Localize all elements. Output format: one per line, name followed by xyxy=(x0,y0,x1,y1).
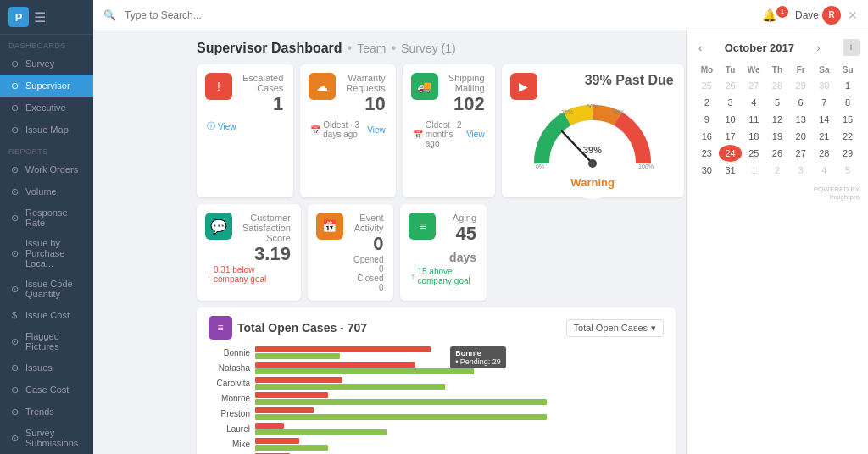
calendar-day[interactable]: 2 xyxy=(695,94,719,111)
sidebar-item-issue-code-qty[interactable]: ⊙Issue Code Quantity xyxy=(0,274,93,304)
logo-area: P ☰ xyxy=(0,0,93,35)
calendar-day[interactable]: 5 xyxy=(765,94,789,111)
calendar-day[interactable]: 19 xyxy=(765,128,789,145)
calendar-day[interactable]: 7 xyxy=(813,94,837,111)
sidebar-item-executive[interactable]: ⊙Executive xyxy=(0,97,93,119)
calendar-day[interactable]: 26 xyxy=(765,145,789,162)
card-warranty: ☁ Warranty Requests 10 📅 Oldest · 3 days… xyxy=(300,64,395,197)
warranty-footer: 📅 Oldest · 3 days ago View xyxy=(310,120,385,139)
avatar[interactable]: R xyxy=(822,6,841,25)
calendar-day[interactable]: 16 xyxy=(695,128,719,145)
aging-icon: ≡ xyxy=(409,213,436,240)
nav-label-executive: Executive xyxy=(25,102,66,113)
sidebar-item-survey-sub[interactable]: ⊙Survey Submissions xyxy=(0,423,93,453)
calendar-prev-button[interactable]: ‹ xyxy=(695,40,705,56)
nav-icon-survey-sub: ⊙ xyxy=(8,432,20,444)
bar-label: Natasha xyxy=(209,363,255,373)
cal-icon: 📅 xyxy=(310,125,320,135)
sidebar-item-work-orders[interactable]: ⊙Work Orders xyxy=(0,158,93,180)
calendar-day[interactable]: 6 xyxy=(789,94,813,111)
calendar-day[interactable]: 26 xyxy=(719,77,743,94)
sidebar-section-label: Dashboards xyxy=(0,35,93,53)
calendar-day[interactable]: 9 xyxy=(695,111,719,128)
calendar-day[interactable]: 4 xyxy=(813,162,837,179)
calendar-day[interactable]: 3 xyxy=(789,162,813,179)
calendar-day[interactable]: 25 xyxy=(742,145,765,162)
escalated-cases-icon: ! xyxy=(205,73,232,100)
calendar-day[interactable]: 2 xyxy=(765,162,789,179)
calendar-day[interactable]: 13 xyxy=(789,111,813,128)
calendar-day[interactable]: 11 xyxy=(742,111,765,128)
warranty-view-link[interactable]: View xyxy=(367,125,386,135)
sidebar-item-response-rate[interactable]: ⊙Response Rate xyxy=(0,202,93,233)
calendar-day[interactable]: 10 xyxy=(719,111,743,128)
calendar-day[interactable]: 29 xyxy=(789,77,813,94)
bar-row: Bonnie xyxy=(209,346,664,359)
hamburger-icon[interactable]: ☰ xyxy=(34,9,46,25)
sidebar-item-case-cost[interactable]: ⊙Case Cost xyxy=(0,379,93,401)
calendar-day[interactable]: 23 xyxy=(695,145,719,162)
calendar-day[interactable]: 1 xyxy=(836,77,860,94)
calendar-day[interactable]: 15 xyxy=(836,111,860,128)
shipping-view-link[interactable]: View xyxy=(466,130,485,139)
calendar-day[interactable]: 21 xyxy=(813,128,837,145)
nav-icon-issue-code-qty: ⊙ xyxy=(8,283,20,295)
calendar-day[interactable]: 30 xyxy=(813,77,837,94)
bell-icon[interactable]: 🔔 xyxy=(762,8,776,22)
sidebar-item-issue-by-purchase[interactable]: ⊙Issue by Purchase Loca... xyxy=(0,233,93,274)
escalated-cases-footer: ⓘ View xyxy=(207,120,283,132)
calendar-day[interactable]: 3 xyxy=(719,94,743,111)
calendar-day[interactable]: 28 xyxy=(765,77,789,94)
calendar-day[interactable]: 14 xyxy=(813,111,837,128)
calendar-day[interactable]: 17 xyxy=(719,128,743,145)
calendar-day[interactable]: 25 xyxy=(695,77,719,94)
bar-past xyxy=(255,362,415,368)
calendar-day[interactable]: 4 xyxy=(742,94,765,111)
sidebar-item-issues[interactable]: ⊙Issues xyxy=(0,357,93,379)
calendar-day[interactable]: 20 xyxy=(789,128,813,145)
calendar-day[interactable]: 28 xyxy=(813,145,837,162)
escalated-cases-view-link[interactable]: View xyxy=(218,122,236,131)
calendar-day[interactable]: 8 xyxy=(836,94,860,111)
sidebar-item-issue-cost[interactable]: $Issue Cost xyxy=(0,304,93,326)
bar-pending xyxy=(255,368,474,374)
nav-label-issue-by-purchase: Issue by Purchase Loca... xyxy=(25,238,85,269)
aging-value: 45 days xyxy=(446,223,476,267)
calendar-day[interactable]: 27 xyxy=(742,77,765,94)
aging-label: Aging xyxy=(446,213,476,223)
sidebar-item-volume[interactable]: ⊙Volume xyxy=(0,180,93,202)
calendar-day-header: Fr xyxy=(789,63,813,77)
bar-pending xyxy=(255,384,445,390)
sidebar-item-supervisor[interactable]: ⊙Supervisor xyxy=(0,75,93,97)
bar-group xyxy=(255,438,664,451)
event-label: Event Activity xyxy=(353,213,384,233)
nav-icon-issue-by-purchase: ⊙ xyxy=(8,247,20,259)
calendar-day[interactable]: 18 xyxy=(742,128,765,145)
sidebar-item-trends[interactable]: ⊙Trends xyxy=(0,401,93,423)
topbar-right: 🔔 1 Dave R ✕ xyxy=(762,6,858,25)
sidebar-item-issue-map[interactable]: ⊙Issue Map xyxy=(0,119,93,141)
close-icon[interactable]: ✕ xyxy=(848,8,858,22)
escalated-cases-label: Escalated Cases xyxy=(242,73,283,93)
calendar-day[interactable]: 1 xyxy=(742,162,765,179)
sidebar-item-flagged-pics[interactable]: ⊙Flagged Pictures xyxy=(0,326,93,357)
calendar-day-header: Mo xyxy=(695,63,719,77)
shipping-value: 102 xyxy=(448,93,485,115)
bar-pending xyxy=(255,429,387,435)
chart-dropdown[interactable]: Total Open Cases ▾ xyxy=(566,319,664,337)
calendar-day[interactable]: 29 xyxy=(836,145,860,162)
calendar-day[interactable]: 31 xyxy=(719,162,743,179)
calendar-day[interactable]: 12 xyxy=(765,111,789,128)
search-input[interactable] xyxy=(125,9,754,21)
calendar-day[interactable]: 24 xyxy=(719,145,743,162)
shipping-label: Shipping Mailing xyxy=(448,73,485,93)
calendar-day[interactable]: 30 xyxy=(695,162,719,179)
satisfaction-value: 3.19 xyxy=(242,243,291,265)
calendar-day[interactable]: 22 xyxy=(836,128,860,145)
calendar-next-button[interactable]: › xyxy=(813,40,823,56)
calendar-body: 2526272829301234567891011121314151617181… xyxy=(695,77,860,179)
calendar-day[interactable]: 27 xyxy=(789,145,813,162)
calendar-day[interactable]: 5 xyxy=(836,162,860,179)
calendar-add-button[interactable]: + xyxy=(843,39,860,56)
sidebar-item-survey[interactable]: ⊙Survey xyxy=(0,53,93,75)
